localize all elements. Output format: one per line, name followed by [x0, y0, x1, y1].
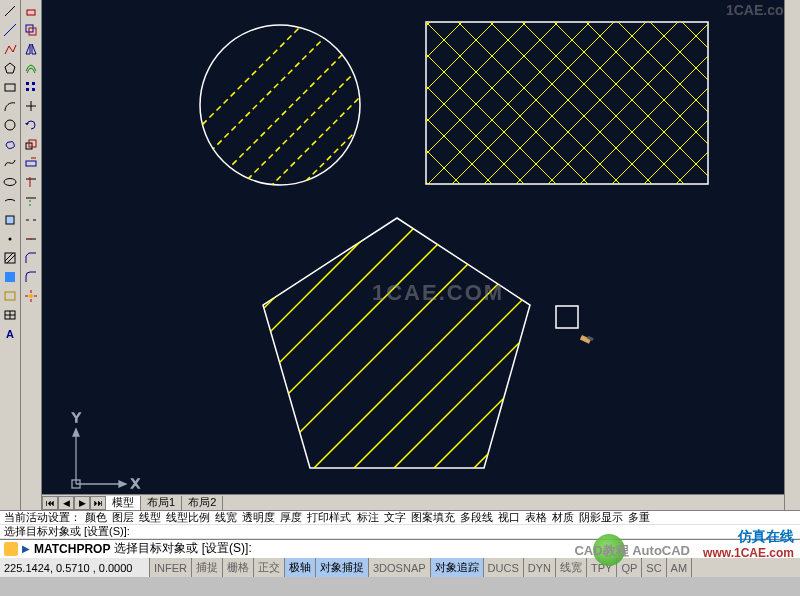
spline-tool[interactable] — [1, 154, 19, 172]
settings-property: 图层 — [112, 511, 134, 523]
svg-rect-12 — [5, 292, 15, 300]
command-input[interactable] — [256, 542, 796, 556]
svg-rect-27 — [26, 161, 36, 166]
table-tool[interactable] — [1, 306, 19, 324]
status-toggle-对象捕捉[interactable]: 对象捕捉 — [316, 558, 369, 577]
erase-tool[interactable] — [22, 2, 40, 20]
svg-line-56 — [402, 0, 626, 114]
settings-property: 表格 — [525, 511, 547, 523]
status-toggle-sc[interactable]: SC — [642, 558, 666, 577]
settings-property: 颜色 — [85, 511, 107, 523]
hatch-tool[interactable] — [1, 249, 19, 267]
tab-layout2[interactable]: 布局2 — [182, 496, 223, 510]
rectangle-tool[interactable] — [1, 78, 19, 96]
status-toggle-am[interactable]: AM — [667, 558, 693, 577]
point-tool[interactable] — [1, 230, 19, 248]
settings-property: 线型比例 — [166, 511, 210, 523]
y-axis-label: Y — [72, 410, 81, 425]
svg-line-58 — [402, 0, 690, 178]
text-tool[interactable]: A — [1, 325, 19, 343]
svg-point-5 — [4, 179, 16, 186]
break-tool[interactable] — [22, 230, 40, 248]
svg-point-38 — [29, 294, 33, 298]
svg-rect-21 — [26, 88, 29, 91]
block-tool[interactable] — [1, 211, 19, 229]
svg-line-51 — [167, 0, 367, 160]
settings-property: 材质 — [552, 511, 574, 523]
stretch-tool[interactable] — [22, 154, 40, 172]
region-tool[interactable] — [1, 287, 19, 305]
svg-line-55 — [402, 0, 594, 82]
x-axis-label: X — [131, 476, 140, 491]
mirror-tool[interactable] — [22, 40, 40, 58]
settings-property: 打印样式 — [307, 511, 351, 523]
move-tool[interactable] — [22, 97, 40, 115]
break-at-tool[interactable] — [22, 211, 40, 229]
polyline-tool[interactable] — [1, 40, 19, 58]
settings-property: 线宽 — [215, 511, 237, 523]
svg-rect-3 — [5, 84, 15, 91]
tab-prev-icon[interactable]: ◀ — [58, 496, 74, 510]
coordinate-display[interactable]: 225.1424, 0.5710 , 0.0000 — [0, 558, 150, 577]
command-name: MATCHPROP — [34, 542, 110, 556]
scale-tool[interactable] — [22, 135, 40, 153]
offset-tool[interactable] — [22, 59, 40, 77]
status-toggle-infer[interactable]: INFER — [150, 558, 192, 577]
svg-line-48 — [227, 25, 432, 230]
extend-tool[interactable] — [22, 192, 40, 210]
svg-line-77 — [402, 0, 646, 210]
status-toggle-对象追踪[interactable]: 对象追踪 — [431, 558, 484, 577]
tab-layout1[interactable]: 布局1 — [141, 496, 182, 510]
explode-tool[interactable] — [22, 287, 40, 305]
tab-last-icon[interactable]: ⏭ — [90, 496, 106, 510]
svg-line-60 — [426, 0, 742, 210]
status-toggle-极轴[interactable]: 极轴 — [285, 558, 316, 577]
status-toggle-qp[interactable]: QP — [617, 558, 642, 577]
line-tool[interactable] — [1, 2, 19, 20]
svg-line-63 — [522, 0, 742, 210]
status-toggle-线宽[interactable]: 线宽 — [556, 558, 587, 577]
svg-point-37 — [30, 238, 32, 240]
svg-line-70 — [550, 0, 742, 82]
arc-tool[interactable] — [1, 97, 19, 115]
status-toggle-捕捉[interactable]: 捕捉 — [192, 558, 223, 577]
rotate-tool[interactable] — [22, 116, 40, 134]
fillet-tool[interactable] — [22, 268, 40, 286]
ellipse-arc-tool[interactable] — [1, 192, 19, 210]
status-toggle-dyn[interactable]: DYN — [524, 558, 556, 577]
modify-toolbar — [21, 0, 42, 510]
svg-line-92 — [292, 190, 592, 490]
trim-tool[interactable] — [22, 173, 40, 191]
tab-model[interactable]: 模型 — [106, 496, 141, 510]
drawing-area[interactable]: X Y 1CAE.COM 1CAE.com ⏮ ◀ ▶ ⏭ 模型 布局1 布局2 — [42, 0, 800, 510]
status-toggle-栅格[interactable]: 栅格 — [223, 558, 254, 577]
array-tool[interactable] — [22, 78, 40, 96]
settings-property: 文字 — [384, 511, 406, 523]
svg-line-0 — [5, 6, 15, 16]
svg-line-50 — [257, 55, 462, 260]
ellipse-tool[interactable] — [1, 173, 19, 191]
chamfer-tool[interactable] — [22, 249, 40, 267]
revcloud-tool[interactable] — [1, 135, 19, 153]
command-history-line2: 选择目标对象或 [设置(S)]: — [0, 525, 800, 539]
tab-next-icon[interactable]: ▶ — [74, 496, 90, 510]
circle-tool[interactable] — [1, 116, 19, 134]
construction-line-tool[interactable] — [1, 21, 19, 39]
copy-tool[interactable] — [22, 21, 40, 39]
vertical-scrollbar[interactable] — [784, 0, 800, 510]
status-toggle-正交[interactable]: 正交 — [254, 558, 285, 577]
status-toggle-3dosnap[interactable]: 3DOSNAP — [369, 558, 431, 577]
svg-line-59 — [402, 0, 722, 210]
svg-line-89 — [232, 100, 542, 410]
svg-line-1 — [4, 24, 16, 36]
svg-rect-16 — [27, 10, 35, 15]
svg-line-45 — [182, 0, 382, 180]
command-prompt[interactable]: ▶ MATCHPROP 选择目标对象或 [设置(S)]: — [0, 539, 800, 557]
settings-property: 视口 — [498, 511, 520, 523]
command-window: 当前活动设置： 颜色 图层 线型 线型比例 线宽 透明度 厚度 打印样式 标注 … — [0, 510, 800, 557]
tab-first-icon[interactable]: ⏮ — [42, 496, 58, 510]
gradient-tool[interactable] — [1, 268, 19, 286]
status-toggle-ducs[interactable]: DUCS — [484, 558, 524, 577]
svg-rect-98 — [556, 306, 578, 328]
polygon-tool[interactable] — [1, 59, 19, 77]
